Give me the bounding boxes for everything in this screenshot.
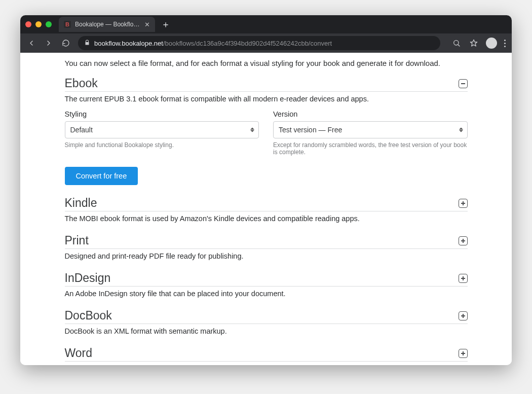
page-content: You can now select a file format, and fo… <box>65 53 468 365</box>
section-header[interactable]: Word <box>65 346 468 362</box>
section-desc: The MOBI ebook format is used by Amazon'… <box>65 214 468 223</box>
bookmark-icon[interactable] <box>469 38 479 48</box>
styling-label: Styling <box>65 110 259 118</box>
window-controls <box>25 21 52 27</box>
section-title: Print <box>65 234 89 247</box>
section-title: DocBook <box>65 309 112 323</box>
zoom-icon[interactable] <box>451 38 462 48</box>
version-select-value: Test version — Free <box>279 126 342 134</box>
section-desc: Standard Microsoft Word file format, tha… <box>65 365 468 365</box>
close-tab-icon[interactable]: ✕ <box>144 21 150 28</box>
expand-icon[interactable] <box>459 274 468 283</box>
convert-button[interactable]: Convert for free <box>65 167 138 185</box>
version-field: Version Test version — Free Except for r… <box>273 110 468 156</box>
svg-line-1 <box>458 45 460 46</box>
browser-window: B Bookalope — Bookflow: Conve ✕ ＋ bookfl… <box>20 15 512 365</box>
section-header[interactable]: Kindle <box>65 196 468 211</box>
favicon-icon: B <box>64 21 71 28</box>
section-title: Word <box>65 346 93 360</box>
url-host: bookflow.bookalope.net <box>94 40 163 47</box>
profile-avatar[interactable] <box>486 38 497 49</box>
tab-title: Bookalope — Bookflow: Conve <box>75 21 140 28</box>
page-viewport[interactable]: You can now select a file format, and fo… <box>20 53 512 365</box>
url-text: bookflow.bookalope.net/bookflows/dc136a9… <box>94 40 332 47</box>
minimize-window-icon[interactable] <box>35 21 42 27</box>
section-indesign: InDesignAn Adobe InDesign story file tha… <box>65 271 468 298</box>
section-header[interactable]: Print <box>65 234 468 249</box>
url-path: /bookflows/dc136a9c4f394bdd902d4f5246242… <box>163 40 332 47</box>
section-desc: DocBook is an XML format with semantic m… <box>65 327 468 335</box>
version-label: Version <box>273 110 468 118</box>
section-docbook: DocBookDocBook is an XML format with sem… <box>65 309 468 335</box>
address-bar[interactable]: bookflow.bookalope.net/bookflows/dc136a9… <box>78 36 440 50</box>
version-select[interactable]: Test version — Free <box>273 121 468 138</box>
browser-toolbar: bookflow.bookalope.net/bookflows/dc136a9… <box>20 33 512 53</box>
section-ebook-header[interactable]: Ebook <box>65 77 468 92</box>
styling-field: Styling Default Simple and functional Bo… <box>65 110 259 156</box>
svg-marker-2 <box>470 40 477 46</box>
section-kindle: KindleThe MOBI ebook format is used by A… <box>65 196 468 223</box>
reload-button[interactable] <box>61 38 71 48</box>
section-title: InDesign <box>65 271 111 285</box>
menu-icon[interactable] <box>504 40 506 47</box>
section-word: WordStandard Microsoft Word file format,… <box>65 346 468 365</box>
forward-button[interactable] <box>44 38 54 48</box>
styling-select[interactable]: Default <box>65 121 259 138</box>
select-caret-icon <box>250 128 254 132</box>
browser-tab[interactable]: B Bookalope — Bookflow: Conve ✕ <box>59 17 155 32</box>
version-help: Except for randomly scrambled words, the… <box>273 141 468 156</box>
expand-icon[interactable] <box>459 199 468 208</box>
intro-text: You can now select a file format, and fo… <box>65 59 468 67</box>
back-button[interactable] <box>26 38 36 48</box>
toolbar-right <box>451 38 506 49</box>
collapse-icon[interactable] <box>459 79 468 88</box>
select-caret-icon <box>459 128 463 132</box>
new-tab-button[interactable]: ＋ <box>161 20 170 29</box>
maximize-window-icon[interactable] <box>46 21 52 27</box>
lock-icon <box>84 40 90 47</box>
close-window-icon[interactable] <box>25 21 31 27</box>
section-header[interactable]: InDesign <box>65 271 468 286</box>
expand-icon[interactable] <box>459 236 468 245</box>
section-ebook-title: Ebook <box>65 77 98 90</box>
expand-icon[interactable] <box>459 311 468 320</box>
section-header[interactable]: DocBook <box>65 309 468 324</box>
section-ebook: Ebook The current EPUB 3.1 ebook format … <box>65 77 468 185</box>
expand-icon[interactable] <box>459 349 468 358</box>
styling-select-value: Default <box>70 126 93 134</box>
section-ebook-desc: The current EPUB 3.1 ebook format is com… <box>65 95 468 103</box>
section-desc: An Adobe InDesign story file that can be… <box>65 290 468 298</box>
section-print: PrintDesigned and print-ready PDF file r… <box>65 234 468 260</box>
tab-strip: B Bookalope — Bookflow: Conve ✕ ＋ <box>20 15 512 33</box>
styling-help: Simple and functional Bookalope styling. <box>65 141 259 149</box>
section-desc: Designed and print-ready PDF file ready … <box>65 252 468 260</box>
ebook-form-row: Styling Default Simple and functional Bo… <box>65 110 468 156</box>
section-title: Kindle <box>65 196 97 210</box>
